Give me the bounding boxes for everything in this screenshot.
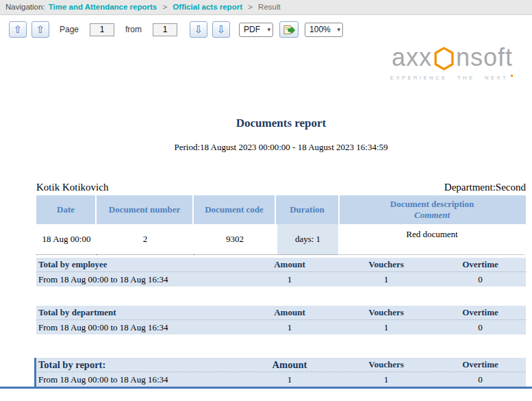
total-title: Total by employee	[36, 259, 242, 270]
nav-link-official-acts[interactable]: Official acts report	[173, 3, 242, 11]
export-icon	[283, 25, 295, 35]
totals-header-row: Total by employee Amount Vouchers Overti…	[36, 258, 526, 272]
first-page-button[interactable]: ⇧	[9, 21, 27, 38]
previous-page-button[interactable]: ⇧	[31, 21, 49, 38]
cell-document-number: 2	[97, 224, 194, 255]
cell-description: Red document	[340, 224, 524, 255]
breadcrumb-separator: >	[162, 3, 167, 11]
totals-values-row: From 18 Aug 00:00 to 18 Aug 16:34 1 1 0	[36, 320, 526, 335]
header-document-description: Document description Comment	[340, 195, 524, 224]
amount-label: Amount	[242, 359, 338, 371]
vouchers-label: Vouchers	[338, 307, 435, 318]
from-label: from	[125, 25, 142, 34]
cell-document-code: 9302	[194, 224, 276, 255]
total-title: Total by report:	[36, 359, 242, 371]
overtime-label: Overtime	[435, 307, 526, 318]
report-period: Period:18 August 2023 00:00:00 - 18 Augu…	[36, 142, 526, 153]
employee-name: Kotik Kotikovich	[36, 182, 108, 193]
vouchers-label: Vouchers	[338, 359, 435, 370]
department-label: Department:Second	[444, 182, 526, 193]
previous-page-icon: ⇧	[36, 23, 45, 36]
overtime-value: 0	[435, 322, 526, 333]
report-title: Documents report	[36, 117, 526, 130]
total-range: From 18 Aug 00:00 to 18 Aug 16:34	[36, 274, 242, 285]
header-date: Date	[36, 195, 97, 224]
header-document-number: Document number	[97, 195, 194, 224]
header-duration: Duration	[276, 195, 340, 224]
cell-date: 18 Aug 00:00	[36, 224, 97, 255]
amount-value: 1	[242, 274, 338, 285]
vouchers-value: 1	[338, 274, 435, 285]
amount-label: Amount	[242, 259, 338, 270]
first-page-icon: ⇧	[14, 23, 23, 36]
total-range: From 18 Aug 00:00 to 18 Aug 16:34	[36, 322, 242, 333]
export-format-value: PDF	[244, 25, 260, 34]
report-toolbar: ⇧ ⇧ Page from ⇩ ⇩ PDF ▾ 100% ▾	[0, 15, 532, 42]
nav-label: Navigation:	[5, 3, 45, 11]
overtime-label: Overtime	[435, 359, 526, 370]
amount-value: 1	[242, 322, 338, 333]
total-title: Total by department	[36, 307, 242, 318]
page-label: Page	[60, 25, 79, 34]
totals-values-row: From 18 Aug 00:00 to 18 Aug 16:34 1 1 0	[36, 372, 526, 387]
nav-current-result: Result	[258, 3, 281, 11]
totals-header-row: Total by report: Amount Vouchers Overtim…	[36, 358, 526, 372]
documents-table: Date Document number Document code Durat…	[36, 195, 526, 255]
overtime-value: 0	[435, 274, 526, 285]
chevron-down-icon: ▾	[268, 26, 271, 33]
header-comment: Comment	[340, 210, 524, 221]
nav-link-time-attendance[interactable]: Time and Attendance reports	[49, 3, 157, 11]
export-button[interactable]	[279, 21, 299, 38]
overtime-value: 0	[435, 374, 526, 385]
header-document-code: Document code	[194, 195, 276, 224]
export-format-select[interactable]: PDF ▾	[239, 23, 273, 37]
total-range: From 18 Aug 00:00 to 18 Aug 16:34	[36, 374, 242, 385]
last-page-icon: ⇩	[217, 23, 226, 36]
total-pages-input[interactable]	[153, 23, 177, 36]
employee-row: Kotik Kotikovich Department:Second	[36, 182, 526, 193]
page-border-bottom	[0, 387, 532, 389]
vouchers-value: 1	[338, 322, 435, 333]
table-header-row: Date Document number Document code Durat…	[36, 195, 526, 224]
total-by-report-block: Total by report: Amount Vouchers Overtim…	[36, 358, 526, 387]
next-page-icon: ⇩	[194, 23, 203, 36]
last-page-button[interactable]: ⇩	[212, 21, 230, 38]
amount-label: Amount	[242, 307, 338, 318]
page-border-left	[34, 358, 36, 387]
total-by-department-block: Total by department Amount Vouchers Over…	[36, 306, 526, 335]
zoom-select[interactable]: 100% ▾	[305, 23, 343, 37]
total-by-employee-block: Total by employee Amount Vouchers Overti…	[36, 258, 526, 287]
breadcrumb: Navigation: Time and Attendance reports …	[0, 0, 532, 15]
totals-header-row: Total by department Amount Vouchers Over…	[36, 306, 526, 320]
breadcrumb-separator: >	[248, 3, 253, 11]
table-row: 18 Aug 00:00 2 9302 days: 1 Red document	[36, 224, 526, 255]
totals-values-row: From 18 Aug 00:00 to 18 Aug 16:34 1 1 0	[36, 272, 526, 287]
vouchers-value: 1	[338, 374, 435, 385]
cell-duration: days: 1	[276, 224, 340, 255]
chevron-down-icon: ▾	[338, 26, 341, 33]
report-document: Documents report Period:18 August 2023 0…	[36, 45, 526, 387]
next-page-button[interactable]: ⇩	[190, 21, 207, 38]
zoom-value: 100%	[309, 25, 331, 34]
vouchers-label: Vouchers	[338, 259, 435, 270]
amount-value: 1	[242, 374, 338, 385]
overtime-label: Overtime	[435, 259, 526, 270]
current-page-input[interactable]	[90, 23, 114, 36]
